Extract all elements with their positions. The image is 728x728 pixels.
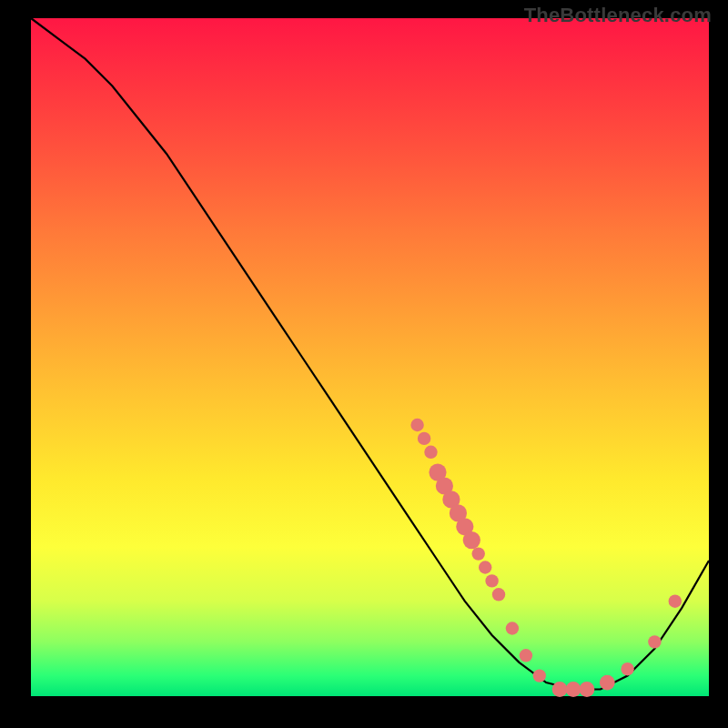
curve-path [31,18,709,690]
data-marker [424,446,437,459]
data-marker [410,419,423,431]
data-marker [485,574,498,587]
data-marker [533,669,546,682]
data-marker [552,682,568,697]
data-marker [580,682,595,697]
data-marker [506,622,519,634]
data-marker [472,547,485,560]
data-marker [669,595,682,608]
data-marker [648,635,661,648]
data-marker [492,588,505,601]
data-marker [600,675,615,691]
bottleneck-curve [31,18,709,690]
data-marker [463,531,480,549]
data-marker [520,649,532,662]
data-marker [566,682,581,697]
watermark-text: TheBottleneck.com [524,4,712,27]
data-marker [418,432,430,445]
data-marker [479,561,491,573]
marker-group [410,419,682,697]
chart-overlay [0,0,728,728]
data-marker [621,662,633,675]
chart-stage: TheBottleneck.com [0,0,728,728]
